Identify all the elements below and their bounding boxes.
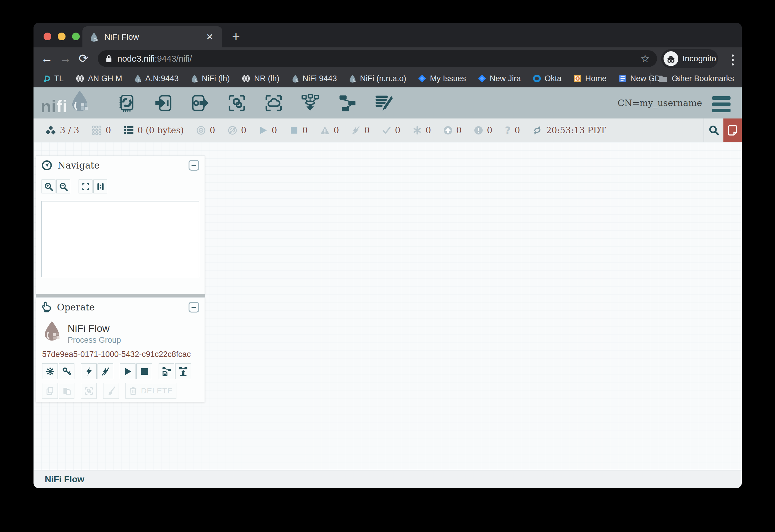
stat-running: 0 [259, 125, 277, 135]
window-controls[interactable] [44, 33, 80, 40]
refresh-timestamp: 20:53:13 PDT [546, 125, 606, 135]
operate-panel: Operate NiFi Flow Process Group 57de9ea5… [36, 297, 205, 402]
group-button[interactable] [81, 383, 97, 399]
incognito-badge: Incognito [661, 49, 718, 68]
disable-button[interactable] [97, 363, 113, 379]
bookmark-item[interactable]: NiFi (lh) [190, 74, 230, 83]
bookmark-item[interactable]: My Issues [418, 74, 466, 83]
copy-button[interactable] [42, 383, 58, 399]
browser-tab[interactable]: NiFi Flow ✕ [82, 26, 223, 47]
nifi-drop-icon [349, 74, 356, 83]
stat-queued: 0 (0 bytes) [124, 125, 184, 135]
reload-icon[interactable]: ⟳ [74, 47, 93, 70]
flow-canvas[interactable]: Navigate [33, 142, 742, 470]
process-group-drop-icon [43, 320, 61, 342]
nifi-drop-icon [292, 74, 299, 83]
bookmark-item[interactable]: Home [573, 74, 607, 83]
bookmarks-bar: TL AN GH M A.N:9443 NiFi (lh) NR (lh) Ni… [33, 70, 742, 87]
url-bar[interactable]: node3.nifi:9443/nifi/ ☆ [98, 50, 657, 67]
bookmark-item[interactable]: Okta [533, 74, 561, 83]
stopped-icon [290, 126, 299, 135]
zoom-fit-button[interactable] [78, 180, 92, 193]
process-group-component-icon[interactable] [227, 93, 247, 113]
bookmark-item[interactable]: NiFi 9443 [292, 74, 337, 83]
browser-window: NiFi Flow ✕ + ← → ⟳ node3.nifi:9443/nifi… [33, 23, 742, 488]
processor-component-icon[interactable] [117, 93, 136, 113]
new-tab-button[interactable]: + [228, 28, 244, 45]
url-host: node3.nifi [117, 54, 155, 64]
stat-stopped: 0 [290, 125, 308, 135]
play-icon [123, 367, 132, 376]
collapse-navigate-button[interactable] [188, 160, 199, 171]
stat-locally-modified-stale: 0 [474, 125, 492, 135]
enable-button[interactable] [81, 363, 97, 379]
stat-stale: 0 [443, 125, 462, 135]
access-policies-button[interactable] [59, 363, 74, 379]
bookmark-star-icon[interactable]: ☆ [641, 52, 650, 65]
stale-up-arrow-icon [443, 126, 452, 135]
key-icon [62, 367, 71, 376]
search-button[interactable] [704, 118, 723, 142]
close-window-button[interactable] [44, 33, 51, 40]
jira-icon [418, 74, 426, 83]
zoom-window-button[interactable] [72, 33, 80, 40]
bookmark-item[interactable]: A.N:9443 [134, 74, 179, 83]
bookmark-item[interactable]: New Jira [478, 74, 521, 83]
global-menu-icon[interactable] [712, 96, 731, 112]
delete-label: DELETE [141, 386, 172, 395]
collapse-operate-button[interactable] [188, 302, 199, 313]
browser-menu-icon[interactable] [727, 52, 739, 65]
start-button[interactable] [120, 363, 135, 379]
delete-button[interactable]: DELETE [125, 383, 176, 399]
tab-strip: NiFi Flow ✕ + [33, 23, 742, 47]
zoom-out-button[interactable] [56, 180, 70, 193]
label-component-icon[interactable] [374, 93, 394, 113]
fit-icon [81, 182, 90, 191]
folder-icon [658, 74, 668, 83]
bulletin-board-button[interactable] [723, 118, 742, 142]
funnel-component-icon[interactable] [301, 93, 320, 113]
hand-pointer-icon [41, 302, 52, 313]
zoom-actual-size-button[interactable] [93, 180, 107, 193]
lock-icon [105, 54, 113, 63]
template-component-icon[interactable] [337, 93, 357, 113]
nifi-drop-logo [70, 90, 89, 112]
bookmark-item[interactable]: NiFi (n.n.a.o) [349, 74, 406, 83]
other-bookmarks[interactable]: Other Bookmarks [650, 73, 734, 84]
forward-icon[interactable]: → [56, 47, 74, 70]
save-template-button[interactable] [158, 363, 174, 379]
stat-sync-failure: ? 0 [505, 125, 520, 135]
paste-icon [62, 387, 71, 395]
birdseye-minimap[interactable] [41, 201, 199, 277]
upload-flow-icon [178, 367, 188, 376]
stop-button[interactable] [136, 363, 152, 379]
bolt-slash-icon [101, 367, 110, 376]
bookmark-item[interactable]: NR (lh) [242, 74, 280, 83]
group-icon [84, 387, 93, 395]
save-flow-icon [162, 367, 171, 376]
configure-button[interactable] [42, 363, 58, 379]
bookmark-item[interactable]: AN GH M [76, 74, 122, 83]
back-icon[interactable]: ← [38, 47, 56, 70]
zoom-in-button[interactable] [41, 180, 55, 193]
minimize-window-button[interactable] [58, 33, 65, 40]
navigate-panel-title: Navigate [57, 160, 188, 171]
refresh-icon[interactable] [532, 126, 542, 135]
url-path: :9443/nifi/ [155, 54, 192, 64]
stat-cluster: 3 / 3 [45, 125, 79, 135]
selection-id: 57de9ea5-0171-1000-5432-c91c22c8fcac [42, 350, 190, 359]
selection-name: NiFi Flow [68, 323, 110, 334]
tab-close-icon[interactable]: ✕ [206, 32, 214, 42]
color-button[interactable] [103, 383, 119, 399]
paste-button[interactable] [59, 383, 74, 399]
actual-size-icon [96, 182, 105, 191]
disabled-bolt-icon [351, 126, 360, 135]
upload-template-button[interactable] [175, 363, 191, 379]
input-port-component-icon[interactable] [153, 93, 173, 113]
bookmark-item[interactable]: TL [42, 74, 64, 83]
remote-process-group-component-icon[interactable] [264, 93, 284, 113]
breadcrumb-root[interactable]: NiFi Flow [45, 474, 84, 484]
operate-panel-title: Operate [57, 302, 188, 313]
globe-icon [76, 74, 84, 83]
output-port-component-icon[interactable] [190, 93, 210, 113]
